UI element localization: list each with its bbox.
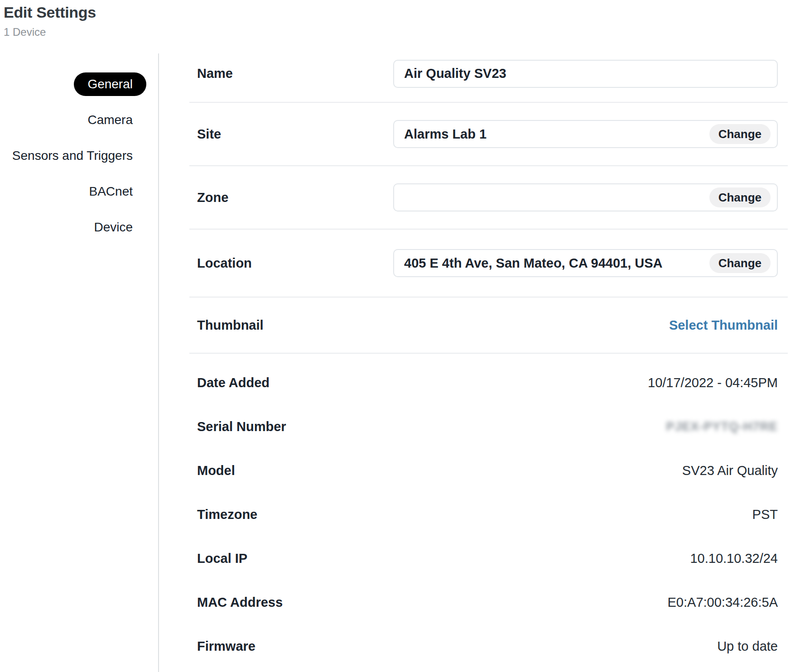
local-ip-row: Local IP 10.10.10.32/24 (189, 537, 788, 581)
date-added-label: Date Added (197, 375, 270, 390)
tab-general-label: General (74, 72, 146, 96)
firmware-label: Firmware (197, 639, 255, 654)
zone-row: Zone Change (189, 166, 788, 230)
name-label: Name (197, 66, 393, 81)
device-count: 1 Device (4, 26, 96, 38)
site-change-button[interactable]: Change (709, 124, 771, 144)
tab-device-label: Device (94, 220, 146, 235)
date-added-value: 10/17/2022 - 04:45PM (648, 375, 778, 390)
thumbnail-row: Thumbnail Select Thumbnail (189, 298, 788, 354)
mac-address-row: MAC Address E0:A7:00:34:26:5A (189, 581, 788, 624)
zone-label: Zone (197, 190, 393, 205)
local-ip-label: Local IP (197, 551, 247, 566)
tab-sensors-and-triggers-label: Sensors and Triggers (12, 149, 146, 163)
tab-camera[interactable]: Camera (0, 102, 146, 138)
settings-nav: General Camera Sensors and Triggers BACn… (0, 66, 146, 245)
name-input[interactable] (393, 60, 778, 88)
mac-address-value: E0:A7:00:34:26:5A (668, 595, 778, 610)
tab-general[interactable]: General (0, 66, 146, 102)
mac-address-label: MAC Address (197, 595, 283, 610)
settings-form: Name Site Change Zone Change Location Ch… (189, 45, 788, 668)
location-input-wrap: Change (393, 249, 778, 277)
thumbnail-label: Thumbnail (197, 318, 393, 333)
timezone-label: Timezone (197, 507, 257, 522)
local-ip-value: 10.10.10.32/24 (690, 551, 778, 566)
device-info-list: Date Added 10/17/2022 - 04:45PM Serial N… (189, 354, 788, 668)
tab-bacnet-label: BACnet (89, 184, 147, 199)
firmware-value: Up to date (717, 639, 778, 654)
tab-bacnet[interactable]: BACnet (0, 173, 146, 209)
model-row: Model SV23 Air Quality (189, 449, 788, 493)
model-label: Model (197, 463, 235, 478)
firmware-row: Firmware Up to date (189, 624, 788, 668)
site-label: Site (197, 127, 393, 142)
timezone-value: PST (752, 507, 778, 522)
sidebar-divider (158, 53, 159, 672)
page-title: Edit Settings (4, 4, 96, 21)
serial-number-row: Serial Number PJEX-PYTQ-H7RE (189, 405, 788, 449)
zone-input-wrap: Change (393, 183, 778, 211)
serial-number-label: Serial Number (197, 419, 286, 434)
site-row: Site Change (189, 103, 788, 166)
timezone-row: Timezone PST (189, 493, 788, 537)
name-input-wrap (393, 60, 778, 88)
site-input-wrap: Change (393, 120, 778, 148)
date-added-row: Date Added 10/17/2022 - 04:45PM (189, 361, 788, 405)
location-row: Location Change (189, 230, 788, 298)
page-header: Edit Settings 1 Device (4, 4, 96, 38)
serial-number-value: PJEX-PYTQ-H7RE (666, 420, 778, 434)
zone-change-button[interactable]: Change (709, 187, 771, 207)
tab-sensors-and-triggers[interactable]: Sensors and Triggers (0, 138, 146, 173)
tab-camera-label: Camera (87, 113, 146, 127)
name-row: Name (189, 45, 788, 103)
tab-device[interactable]: Device (0, 209, 146, 245)
model-value: SV23 Air Quality (682, 463, 778, 478)
select-thumbnail-link[interactable]: Select Thumbnail (669, 318, 778, 333)
location-label: Location (197, 256, 393, 271)
location-change-button[interactable]: Change (709, 253, 771, 273)
